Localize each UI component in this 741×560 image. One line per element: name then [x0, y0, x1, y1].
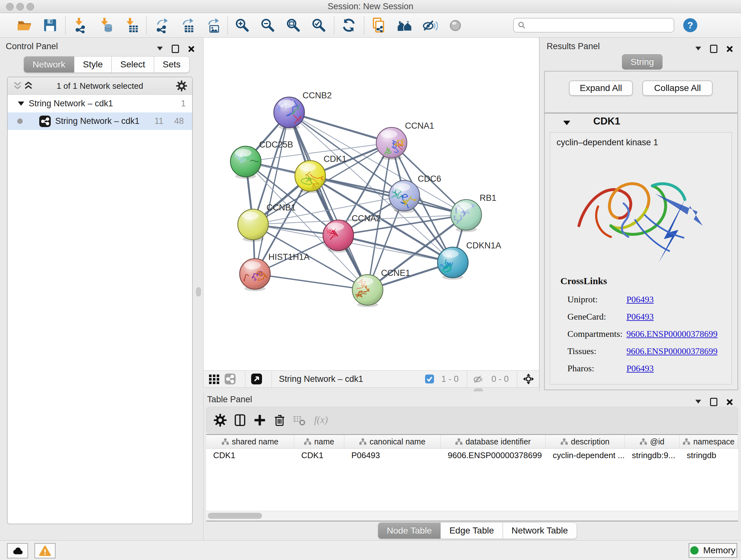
zoom-fit-icon[interactable] [285, 17, 302, 34]
memory-button[interactable]: Memory [689, 543, 737, 558]
protein-structure-image [560, 152, 710, 270]
column-header-description[interactable]: description [546, 435, 625, 448]
zoom-in-icon[interactable] [233, 17, 251, 34]
fit-selected-crosshair-icon[interactable] [522, 373, 535, 385]
scrollbar-thumb[interactable] [208, 513, 262, 519]
network-view-icon[interactable] [224, 373, 236, 385]
network-edges[interactable] [246, 112, 466, 290]
search-input-container[interactable] [513, 18, 674, 33]
node-CDC25B[interactable] [230, 146, 270, 179]
tab-string[interactable]: String [622, 54, 663, 70]
cell-namespace[interactable]: stringdb [680, 449, 738, 462]
node-CCNA1[interactable] [376, 127, 407, 161]
results-panel-close-icon[interactable] [726, 46, 733, 52]
tab-sets[interactable]: Sets [154, 56, 190, 73]
export-network-icon[interactable] [152, 17, 170, 34]
left-splitter-handle[interactable] [196, 287, 201, 296]
crosslink-link[interactable]: 9606.ENSP00000378699 [626, 329, 718, 339]
cloud-status-button[interactable] [7, 543, 28, 558]
section-expander-icon[interactable] [563, 121, 570, 129]
tab-select[interactable]: Select [112, 56, 154, 73]
edge-HIST1H1A-CCNE1[interactable] [255, 274, 367, 290]
help-icon[interactable]: ? [683, 17, 698, 33]
cell-canonical-name[interactable]: P06493 [344, 449, 441, 462]
gene-details: cyclin–dependent kinase 1 [550, 132, 732, 384]
column-header--id[interactable]: @id [625, 435, 680, 448]
table-horizontal-scrollbar[interactable] [206, 511, 738, 521]
node-CCNE1[interactable] [351, 274, 383, 307]
crosslink-link[interactable]: P06493 [626, 363, 654, 374]
main-toolbar: ? [0, 13, 741, 38]
node-CDKN1A[interactable] [437, 247, 468, 280]
show-columns-icon[interactable] [232, 413, 247, 428]
control-panel-menu-icon[interactable] [157, 47, 163, 53]
column-header-namespace[interactable]: namespace [680, 435, 738, 448]
edge-CCNB2-HIST1H1A[interactable] [255, 112, 289, 274]
network-graph[interactable]: CCNB2CCNA1CDC25BCDK1CDC6RB1CCNB1CCNA2CDK… [204, 38, 540, 370]
column-header-name[interactable]: name [294, 435, 344, 448]
warnings-button[interactable] [35, 543, 56, 558]
save-session-icon[interactable] [42, 17, 59, 34]
import-table-file-icon[interactable] [123, 17, 140, 34]
control-panel-float-icon[interactable] [172, 45, 179, 53]
search-input[interactable] [529, 20, 670, 30]
zoom-selected-icon[interactable] [310, 17, 327, 34]
hide-selected-icon[interactable] [421, 17, 439, 34]
import-network-database-icon[interactable] [97, 17, 114, 34]
column-header-shared-name[interactable]: shared name [206, 435, 294, 448]
show-all-icon[interactable] [447, 17, 464, 34]
birds-eye-view-icon[interactable] [251, 373, 263, 385]
edge-CCNB2-CCNA1[interactable] [289, 112, 392, 143]
crosslink-link[interactable]: P06493 [626, 312, 654, 322]
tab-network[interactable]: Network [23, 56, 74, 73]
control-panel-close-icon[interactable] [188, 46, 194, 52]
cell--id[interactable]: stringdb:9... [625, 449, 680, 462]
network-nodes[interactable] [230, 94, 482, 307]
cell-description[interactable]: cyclin-dependent ... [546, 449, 625, 462]
selected-checkbox-icon[interactable] [425, 374, 434, 384]
column-label: canonical name [369, 437, 425, 446]
add-column-icon[interactable] [253, 413, 267, 428]
table-options-gear-icon[interactable] [213, 413, 227, 428]
edge-CCNB2-CCNE1[interactable] [289, 112, 367, 290]
column-header-canonical-name[interactable]: canonical name [344, 435, 441, 448]
network-tree-row[interactable]: String Network – cdk11148 [8, 112, 192, 130]
crosslink-link[interactable]: P06493 [626, 294, 654, 305]
node-CCNB1[interactable] [238, 209, 268, 242]
node-HIST1H1A[interactable] [235, 259, 270, 291]
tab-node-table[interactable]: Node Table [378, 522, 441, 539]
gene-description: cyclin–dependent kinase 1 [556, 138, 658, 147]
cell-name[interactable]: CDK1 [294, 449, 344, 462]
new-network-from-selection-icon[interactable] [370, 17, 387, 34]
node-RB1[interactable] [449, 199, 482, 232]
column-header-database-identifier[interactable]: database identifier [441, 435, 546, 448]
tab-style[interactable]: Style [74, 56, 112, 73]
collapse-all-button[interactable]: Collapse All [643, 80, 713, 96]
export-table-icon[interactable] [178, 17, 195, 34]
network-tree-row[interactable]: String Network – cdk11 [8, 95, 192, 112]
zoom-out-icon[interactable] [259, 17, 276, 34]
results-panel-menu-icon[interactable] [695, 47, 701, 53]
first-neighbors-icon[interactable] [396, 17, 413, 34]
table-panel-menu-icon[interactable] [695, 400, 701, 407]
tab-network-table[interactable]: Network Table [503, 522, 577, 539]
export-image-icon[interactable] [204, 17, 221, 34]
tab-edge-table[interactable]: Edge Table [441, 522, 503, 539]
open-session-icon[interactable] [16, 17, 33, 34]
node-CDK1[interactable] [295, 161, 333, 193]
grid-view-icon[interactable] [208, 373, 220, 385]
import-network-file-icon[interactable] [71, 17, 89, 34]
table-panel-close-icon[interactable] [726, 399, 733, 405]
control-panel-controls [157, 44, 194, 53]
toolbar-separator [334, 16, 334, 34]
apply-preferred-layout-icon[interactable] [340, 17, 357, 34]
delete-column-trash-icon[interactable] [272, 413, 287, 428]
cell-database-identifier[interactable]: 9606.ENSP00000378699 [441, 449, 546, 462]
cell-shared-name[interactable]: CDK1 [206, 449, 294, 462]
expand-all-button[interactable]: Expand All [569, 80, 633, 96]
results-panel-float-icon[interactable] [710, 45, 718, 53]
network-canvas[interactable]: CCNB2CCNA1CDC25BCDK1CDC6RB1CCNB1CCNA2CDK… [203, 38, 539, 370]
crosslink-link[interactable]: 9606.ENSP00000378699 [626, 346, 718, 356]
table-panel-float-icon[interactable] [710, 398, 718, 406]
tree-expander-icon[interactable] [18, 102, 24, 109]
